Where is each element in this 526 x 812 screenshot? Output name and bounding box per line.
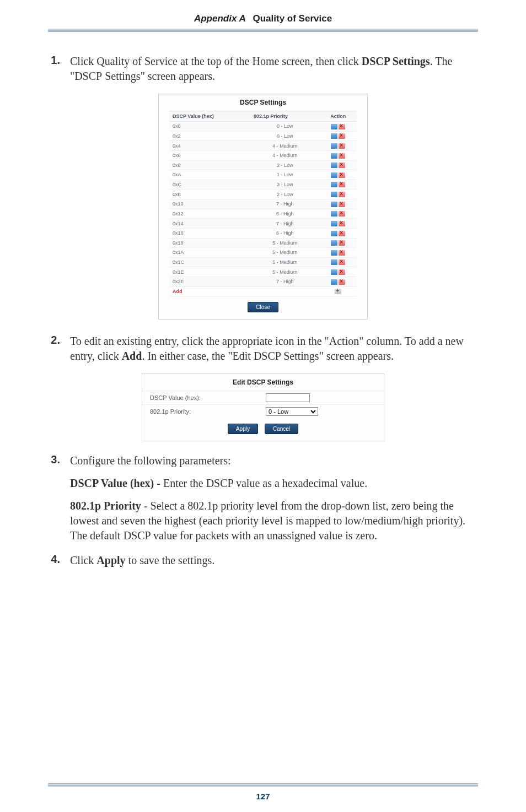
cell-action	[319, 209, 357, 219]
step-2-number: 2.	[48, 334, 60, 364]
delete-icon[interactable]	[339, 143, 345, 149]
delete-icon[interactable]	[339, 192, 345, 197]
edit-icon[interactable]	[331, 124, 337, 129]
step-2-text: To edit an existing entry, click the app…	[70, 334, 478, 364]
cell-hex: 0x12	[169, 209, 250, 219]
delete-icon[interactable]	[339, 240, 345, 246]
edit-icon[interactable]	[331, 143, 337, 149]
delete-icon[interactable]	[339, 259, 345, 265]
dscp-col-priority: 802.1p Priority	[250, 111, 319, 122]
table-row: 0x126 - High	[169, 209, 357, 219]
edit-icon[interactable]	[331, 269, 337, 275]
page-header: Appendix A Quality of Service	[0, 0, 526, 35]
cell-hex: 0x1A	[169, 248, 250, 258]
table-row: 0x00 - Low	[169, 122, 357, 132]
step-4-number: 4.	[48, 553, 60, 568]
edit-icon[interactable]	[331, 279, 337, 285]
cell-hex: 0x1C	[169, 257, 250, 267]
delete-icon[interactable]	[339, 231, 345, 236]
delete-icon[interactable]	[339, 279, 345, 285]
cell-priority: 7 - High	[250, 199, 319, 209]
cell-priority: 6 - High	[250, 228, 319, 238]
edit-icon[interactable]	[331, 202, 337, 207]
step-1-number: 1.	[48, 54, 60, 84]
cell-hex: 0x2E	[169, 277, 250, 287]
cell-priority: 4 - Medium	[250, 141, 319, 151]
dscp-settings-panel: DSCP Settings DSCP Value (hex) 802.1p Pr…	[158, 94, 368, 320]
edit-icon[interactable]	[331, 163, 337, 168]
step-2: 2. To edit an existing entry, click the …	[48, 334, 478, 364]
cell-priority: 3 - Low	[250, 180, 319, 190]
cell-priority: 2 - Low	[250, 190, 319, 199]
cell-action	[319, 238, 357, 248]
edit-icon[interactable]	[331, 192, 337, 197]
edit-icon[interactable]	[331, 172, 337, 178]
cell-action	[319, 248, 357, 258]
edit-icon[interactable]	[331, 211, 337, 216]
dscp-table: DSCP Value (hex) 802.1p Priority Action …	[169, 111, 357, 296]
table-row-add: Add	[169, 286, 357, 296]
cell-hex: 0x6	[169, 150, 250, 160]
edit-icon[interactable]	[331, 250, 337, 256]
header-section: Quality of Service	[253, 13, 332, 24]
cell-hex: 0x1E	[169, 267, 250, 277]
edit-icon[interactable]	[331, 153, 337, 159]
table-row: 0xC3 - Low	[169, 180, 357, 190]
step-4-text: Click Apply to save the settings.	[70, 553, 214, 568]
cell-hex: 0x18	[169, 238, 250, 248]
header-divider	[48, 29, 478, 32]
cell-hex: 0x10	[169, 199, 250, 209]
step-3: 3. Configure the following parameters:	[48, 453, 478, 468]
apply-button[interactable]: Apply	[228, 424, 258, 434]
table-row: 0x82 - Low	[169, 160, 357, 170]
cell-hex: 0x14	[169, 219, 250, 229]
edit-icon[interactable]	[331, 221, 337, 226]
edit-icon[interactable]	[331, 240, 337, 246]
cell-hex: 0xC	[169, 180, 250, 190]
add-label[interactable]: Add	[169, 286, 250, 296]
cell-hex: 0x8	[169, 160, 250, 170]
dscp-col-action: Action	[319, 111, 357, 122]
edit-icon[interactable]	[331, 182, 337, 187]
cell-priority: 5 - Medium	[250, 267, 319, 277]
cell-action	[319, 180, 357, 190]
cell-priority: 6 - High	[250, 209, 319, 219]
delete-icon[interactable]	[339, 172, 345, 178]
delete-icon[interactable]	[339, 202, 345, 207]
table-row: 0x1C5 - Medium	[169, 257, 357, 267]
close-button[interactable]: Close	[248, 302, 278, 312]
table-row: 0xA1 - Low	[169, 170, 357, 180]
cell-hex: 0xA	[169, 170, 250, 180]
delete-icon[interactable]	[339, 211, 345, 216]
delete-icon[interactable]	[339, 163, 345, 168]
delete-icon[interactable]	[339, 133, 345, 139]
edit-icon[interactable]	[331, 133, 337, 139]
edit-icon[interactable]	[331, 231, 337, 236]
cancel-button[interactable]: Cancel	[265, 424, 298, 434]
cell-priority: 0 - Low	[250, 131, 319, 141]
delete-icon[interactable]	[339, 269, 345, 275]
delete-icon[interactable]	[339, 182, 345, 187]
edit-priority-label: 802.1p Priority:	[150, 408, 266, 415]
add-icon[interactable]	[335, 289, 341, 294]
edit-panel-title: Edit DSCP Settings	[142, 374, 384, 391]
cell-action	[319, 199, 357, 209]
page-number: 127	[0, 792, 526, 801]
cell-hex: 0x2	[169, 131, 250, 141]
cell-priority: 2 - Low	[250, 160, 319, 170]
cell-priority: 5 - Medium	[250, 238, 319, 248]
priority-select[interactable]: 0 - Low	[266, 407, 318, 416]
cell-priority: 5 - Medium	[250, 248, 319, 258]
table-row: 0x20 - Low	[169, 131, 357, 141]
delete-icon[interactable]	[339, 250, 345, 256]
step-1-text: Click Quality of Service at the top of t…	[70, 54, 478, 84]
table-row: 0x2E7 - High	[169, 277, 357, 287]
cell-priority: 1 - Low	[250, 170, 319, 180]
cell-action	[319, 277, 357, 287]
edit-icon[interactable]	[331, 259, 337, 265]
delete-icon[interactable]	[339, 153, 345, 159]
header-title: Appendix A Quality of Service	[0, 13, 526, 24]
delete-icon[interactable]	[339, 124, 345, 129]
delete-icon[interactable]	[339, 221, 345, 226]
dscp-hex-input[interactable]	[266, 393, 310, 402]
